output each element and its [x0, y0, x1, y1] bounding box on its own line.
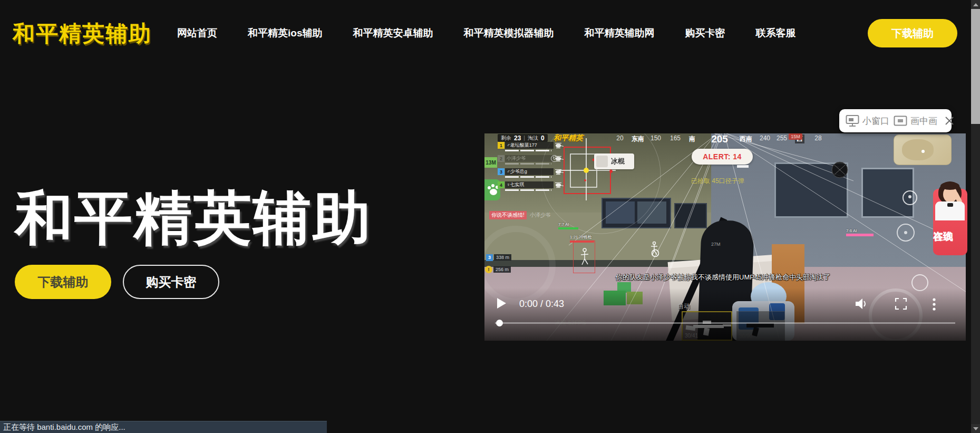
fullscreen-icon[interactable]: [895, 297, 908, 310]
video-progress-thumb[interactable]: [496, 320, 503, 326]
browser-status-bar: 正在等待 banti.baidu.com 的响应...: [0, 421, 327, 433]
hero-buy-card-button[interactable]: 购买卡密: [123, 265, 219, 299]
page: 和平精英辅助 网站首页 和平精英ios辅助 和平精英安卓辅助 和平精英模拟器辅助…: [0, 0, 980, 433]
health-bar: [505, 176, 551, 178]
site-logo[interactable]: 和平精英辅助: [13, 19, 152, 49]
enemy-tag: 7:7 AI: [558, 222, 578, 229]
team-row-3: 3 ♂少爷总g: [498, 168, 556, 175]
play-button[interactable]: [497, 298, 506, 309]
nav-item-home[interactable]: 网站首页: [177, 26, 217, 40]
small-window-button[interactable]: 小窗口: [846, 114, 889, 127]
refresh-icon: ↻: [551, 155, 558, 162]
page-scrollbar[interactable]: [971, 0, 980, 433]
team-row-2: 2 小泽少爷: [498, 155, 556, 162]
status-text: 正在等待 banti.baidu.com 的响应...: [3, 422, 125, 431]
freeze-button: 冰棍: [594, 153, 634, 169]
ping-marker: ! 256 m: [485, 266, 511, 273]
online-service-widget[interactable]: 在线 咨询: [933, 181, 967, 255]
minimap: [894, 134, 952, 165]
nav-item-contact[interactable]: 联系客服: [755, 26, 795, 40]
video-progress-bar[interactable]: [495, 322, 955, 324]
team-row-4: 4 ♀七实琪: [498, 181, 556, 188]
volume-icon[interactable]: [855, 297, 869, 310]
picture-in-picture-button[interactable]: 画中画: [894, 115, 937, 127]
video-player[interactable]: 剩余 23 | 淘汰 0 和平精英 1 ♂老坛酸菜177 2 小泽少爷 3 ♂少…: [484, 133, 966, 341]
nav-item-network[interactable]: 和平精英辅助网: [584, 26, 654, 40]
enemy-esp-box: [573, 240, 595, 273]
close-icon[interactable]: [945, 116, 954, 126]
nav-download-button[interactable]: 下载辅助: [868, 19, 957, 47]
chat-line: 你说不谈感情! 小泽少爷: [489, 211, 551, 219]
pickup-message: 已拾取 45口径子弹: [691, 177, 744, 186]
scroll-up-arrow[interactable]: [971, 0, 980, 9]
scroll-down-arrow[interactable]: [971, 424, 980, 433]
teammate-marker-3: 3 338 m: [486, 254, 511, 261]
scrollbar-thumb[interactable]: [971, 9, 980, 124]
pip-toolbar: 小窗口 画中画: [839, 109, 952, 132]
hero-download-button[interactable]: 下载辅助: [15, 265, 111, 299]
pip-icon: [894, 116, 907, 126]
health-bar: [505, 189, 551, 191]
health-bar: [505, 163, 551, 165]
kebab-menu-icon[interactable]: [932, 297, 937, 310]
main-nav: 网站首页 和平精英ios辅助 和平精英安卓辅助 和平精英模拟器辅助 和平精英辅助…: [177, 0, 795, 66]
health-bar: [505, 150, 551, 151]
navbar: 和平精英辅助 网站首页 和平精英ios辅助 和平精英安卓辅助 和平精英模拟器辅助…: [0, 0, 980, 66]
distance-label-27m: 27M: [711, 242, 721, 247]
helicopter-icon: [555, 182, 564, 188]
nav-item-ios[interactable]: 和平精英ios辅助: [248, 26, 322, 40]
controls-gradient: [484, 288, 966, 341]
nav-item-buy-card[interactable]: 购买卡密: [685, 26, 725, 40]
kill-feed-message: 你的队友是小泽少爷被你我不谈感情使用UMP45冲锋枪命中头部淘汰了: [616, 273, 830, 282]
alert-badge: ALERT: 14: [692, 149, 753, 165]
page-title: 和平精英辅助: [15, 179, 372, 258]
distance-badge-13m: 13M: [484, 157, 497, 168]
enemy-tag: 7:6 AI: [846, 228, 874, 236]
monitor-icon: [846, 114, 859, 127]
helicopter-icon: [555, 169, 564, 175]
nav-item-emulator[interactable]: 和平精英模拟器辅助: [463, 26, 554, 40]
nav-item-android[interactable]: 和平精英安卓辅助: [353, 26, 433, 40]
distance-badge-15m: 15M: [789, 133, 802, 140]
video-time: 0:00 / 0:43: [519, 299, 564, 310]
